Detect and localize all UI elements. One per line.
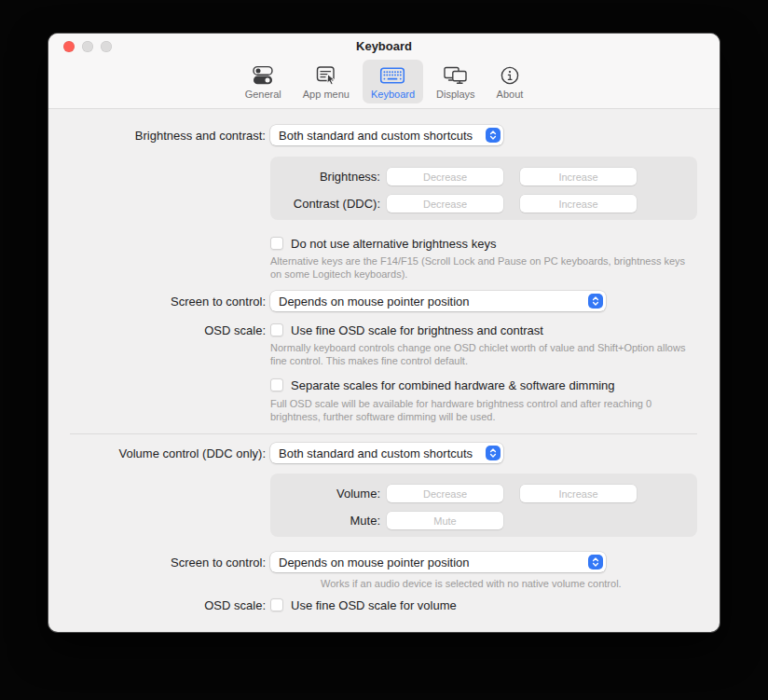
preferences-window: Keyboard General [48, 34, 720, 632]
brightness-screen-row: Screen to control: Depends on mouse poin… [48, 291, 606, 311]
tab-about-label: About [497, 89, 524, 100]
toggles-icon [252, 63, 274, 87]
fine-osd-brightness-label: Use fine OSD scale for brightness and co… [291, 323, 543, 337]
volume-screen-row: Screen to control: Depends on mouse poin… [48, 552, 606, 572]
alt-brightness-keys-label: Do not use alternative brightness keys [291, 237, 496, 251]
desktop-background: Keyboard General [0, 0, 768, 700]
volume-screen-help: Works if an audio device is selected wit… [321, 578, 712, 591]
brightness-label: Brightness: [270, 170, 380, 184]
volume-increase-button[interactable]: Increase [520, 485, 637, 502]
brightness-screen-value: Depends on mouse pointer position [279, 295, 583, 309]
mute-label: Mute: [270, 514, 380, 528]
tab-displays-label: Displays [436, 89, 475, 100]
brightness-buttons-panel: Brightness: Decrease Increase Contrast (… [270, 157, 697, 220]
brightness-mode-label: Brightness and contrast: [48, 129, 266, 143]
fine-osd-brightness-help: Normally keyboard controls change one OS… [270, 342, 699, 368]
volume-screen-label: Screen to control: [48, 556, 266, 570]
brightness-mode-value: Both standard and custom shortcuts [279, 129, 480, 143]
separate-scales-label: Separate scales for combined hardware & … [291, 378, 615, 392]
tab-general[interactable]: General [237, 60, 290, 103]
alt-brightness-keys-checkbox[interactable] [270, 237, 283, 250]
volume-osd-row: OSD scale: Use fine OSD scale for volume [48, 597, 457, 612]
brightness-osd-label: OSD scale: [48, 323, 266, 337]
tab-keyboard[interactable]: Keyboard [363, 60, 423, 103]
alt-brightness-keys-help: Alternative keys are the F14/F15 (Scroll… [270, 255, 699, 281]
close-button[interactable] [63, 41, 75, 52]
mute-button-row: Mute: Mute [270, 512, 503, 529]
volume-osd-label: OSD scale: [48, 598, 266, 612]
volume-buttons-panel: Volume: Decrease Increase Mute: Mute [270, 474, 697, 537]
titlebar: Keyboard [48, 34, 720, 59]
section-divider [70, 433, 697, 434]
tab-app-menu[interactable]: App menu [295, 60, 358, 103]
keyboard-pane: Brightness and contrast: Both standard a… [48, 109, 720, 631]
traffic-lights [63, 41, 112, 52]
volume-screen-popup[interactable]: Depends on mouse pointer position [270, 552, 606, 572]
window-header: Keyboard General [48, 34, 720, 109]
minimize-button[interactable] [82, 41, 93, 52]
volume-mode-value: Both standard and custom shortcuts [279, 446, 480, 460]
fine-osd-volume-checkbox[interactable] [270, 598, 283, 611]
separate-scales-help: Full OSD scale will be available for har… [270, 398, 699, 424]
separate-scales-checkbox[interactable] [270, 378, 283, 391]
chevron-up-down-icon [588, 555, 603, 570]
alt-brightness-keys-row: Do not use alternative brightness keys [270, 236, 496, 251]
info-icon [500, 63, 520, 87]
volume-mode-row: Volume control (DDC only): Both standard… [48, 443, 503, 463]
menu-cursor-icon [315, 63, 337, 87]
fine-osd-volume-label: Use fine OSD scale for volume [291, 598, 457, 612]
volume-label: Volume: [270, 487, 380, 501]
separate-scales-row: Separate scales for combined hardware & … [270, 377, 615, 392]
brightness-screen-label: Screen to control: [48, 295, 266, 309]
brightness-buttons-row: Brightness: Decrease Increase [270, 168, 637, 185]
chevron-up-down-icon [486, 446, 501, 460]
volume-decrease-button[interactable]: Decrease [387, 485, 503, 502]
brightness-increase-button[interactable]: Increase [520, 168, 637, 185]
displays-icon [443, 63, 468, 87]
tab-keyboard-label: Keyboard [371, 89, 415, 100]
brightness-decrease-button[interactable]: Decrease [387, 168, 503, 185]
contrast-increase-button[interactable]: Increase [520, 195, 637, 213]
fine-osd-brightness-checkbox[interactable] [270, 323, 283, 336]
toolbar: General App menu [48, 59, 720, 103]
tab-displays[interactable]: Displays [428, 60, 484, 103]
volume-mode-popup[interactable]: Both standard and custom shortcuts [270, 443, 503, 463]
mute-button[interactable]: Mute [387, 512, 503, 529]
brightness-mode-row: Brightness and contrast: Both standard a… [48, 125, 503, 145]
keyboard-icon [379, 63, 405, 87]
zoom-button[interactable] [101, 41, 112, 52]
brightness-mode-popup[interactable]: Both standard and custom shortcuts [270, 125, 503, 145]
volume-buttons-row: Volume: Decrease Increase [270, 485, 637, 502]
brightness-osd-row: OSD scale: Use fine OSD scale for bright… [48, 323, 543, 337]
tab-app-menu-label: App menu [303, 89, 350, 100]
chevron-up-down-icon [588, 294, 603, 309]
chevron-up-down-icon [486, 128, 501, 143]
contrast-decrease-button[interactable]: Decrease [387, 195, 503, 213]
volume-mode-label: Volume control (DDC only): [48, 446, 266, 460]
tab-general-label: General [245, 89, 281, 100]
contrast-label: Contrast (DDC): [270, 197, 380, 211]
brightness-screen-popup[interactable]: Depends on mouse pointer position [270, 291, 606, 311]
window-title: Keyboard [356, 39, 412, 53]
volume-screen-value: Depends on mouse pointer position [279, 556, 583, 570]
tab-about[interactable]: About [488, 60, 532, 103]
contrast-buttons-row: Contrast (DDC): Decrease Increase [270, 195, 637, 213]
